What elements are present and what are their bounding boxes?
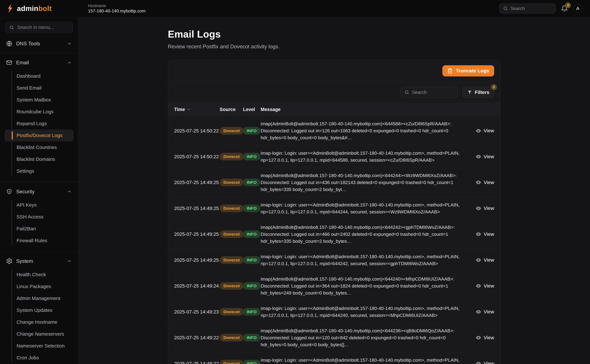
log-message: imap(AdminBolt@adminbolt.157-180-40-140.…	[261, 224, 469, 245]
bolt-logo-icon	[6, 4, 14, 13]
sidebar-item-send-email: Send Email	[5, 82, 74, 94]
hostname-label: Hostname	[88, 3, 145, 8]
log-table-row: 2025-07-25 14:49:22 Dovecot INFO imap-lo…	[168, 352, 500, 364]
level-badge: INFO	[243, 230, 260, 238]
avatar[interactable]: A	[573, 4, 583, 13]
sidebar-item-roundcube-logs: Roundcube Logs	[5, 106, 74, 118]
source-badge: Dovecot	[220, 282, 243, 290]
notifications-button[interactable]: 4	[561, 5, 568, 12]
level-badge: INFO	[243, 334, 260, 341]
logs-search-input[interactable]	[412, 90, 454, 95]
log-message: imap(AdminBolt@adminbolt.157-180-40-140.…	[261, 120, 469, 141]
sidebar-divider	[0, 252, 78, 252]
eye-icon	[476, 309, 482, 315]
view-button[interactable]: View	[469, 283, 494, 289]
globe-icon	[6, 40, 13, 47]
view-button[interactable]: View	[469, 179, 494, 185]
log-table-row: 2025-07-25 14:49:25 Dovecot INFO imap(Ad…	[168, 219, 500, 249]
sidebar-section-dns-tools[interactable]: DNS Tools	[0, 37, 78, 50]
eye-icon	[476, 154, 482, 160]
view-button[interactable]: View	[469, 205, 494, 211]
log-time: 2025-07-25 14:49:25	[174, 231, 220, 237]
chevron-icon	[67, 259, 72, 264]
sidebar-divider	[0, 182, 78, 182]
chevron-icon	[67, 60, 72, 65]
view-button[interactable]: View	[469, 335, 494, 341]
email-logs-card: Truncate Logs	[168, 60, 500, 364]
sidebar-section-system[interactable]: System	[0, 254, 78, 268]
sidebar-item-admin-management: Admin Management	[5, 292, 74, 304]
column-message: Message	[261, 107, 469, 112]
eye-icon	[476, 361, 482, 364]
source-badge: Dovecot	[220, 179, 243, 186]
brand-logo[interactable]: adminbolt	[0, 4, 78, 13]
logs-search[interactable]	[401, 87, 458, 98]
column-level: Level	[243, 107, 261, 112]
column-time[interactable]: Time	[174, 107, 220, 112]
log-message: imap(AdminBolt@adminbolt.157-180-40-140.…	[261, 172, 469, 193]
topbar-search-input[interactable]	[510, 6, 552, 11]
sidebar-section-security[interactable]: Security	[0, 185, 78, 198]
mail-icon	[6, 59, 13, 66]
truncate-logs-button[interactable]: Truncate Logs	[442, 65, 494, 77]
log-table-row: 2025-07-25 14:49:25 Dovecot INFO imap-lo…	[168, 249, 500, 271]
log-message: imap-login: Login: user=<AdminBolt@admin…	[261, 150, 469, 163]
eye-icon	[476, 335, 482, 341]
sort-chevron-icon	[187, 107, 191, 112]
gear-icon	[6, 258, 13, 264]
source-badge: Dovecot	[220, 127, 243, 135]
sidebar-item-firewall-rules: Firewall Rules	[5, 235, 74, 247]
level-badge: INFO	[243, 127, 260, 135]
sidebar-item-api-keys: API Keys	[5, 199, 74, 211]
eye-icon	[476, 205, 482, 211]
sidebar-item-blacklist-domains: Blacklist Domains	[5, 153, 74, 165]
sidebar-search[interactable]	[5, 22, 73, 33]
log-table-row: 2025-07-25 14:49:24 Dovecot INFO imap(Ad…	[168, 271, 500, 300]
view-button[interactable]: View	[469, 154, 494, 160]
eye-icon	[476, 231, 482, 237]
topbar: adminbolt Hostname 157-180-40-140.mybolt…	[0, 0, 590, 17]
sidebar-item-linux-packages: Linux Packages	[5, 280, 74, 292]
column-source: Source	[220, 107, 243, 112]
view-button[interactable]: View	[469, 128, 494, 134]
card-actions-row: Truncate Logs	[168, 60, 500, 82]
notification-badge: 4	[565, 2, 571, 8]
table-header: Time Source Level Message	[168, 103, 500, 116]
sidebar-section-email[interactable]: Email	[0, 56, 78, 69]
sidebar-divider	[0, 53, 78, 53]
hostname-value: 157-180-40-140.myboltip.com	[88, 8, 145, 14]
view-button[interactable]: View	[469, 257, 494, 263]
main-area: Email Logs Review recent Postfix and Dov…	[78, 17, 590, 364]
log-message: imap-login: Login: user=<AdminBolt@admin…	[261, 202, 469, 215]
search-icon	[9, 25, 14, 30]
source-badge: Dovecot	[220, 230, 243, 238]
eye-icon	[476, 179, 482, 185]
source-badge: Dovecot	[220, 334, 243, 341]
topbar-search[interactable]	[499, 3, 556, 13]
view-button[interactable]: View	[469, 309, 494, 315]
sidebar-item-health-check: Health Check	[5, 269, 74, 280]
hostname-block: Hostname 157-180-40-140.myboltip.com	[88, 3, 145, 14]
trash-icon	[447, 68, 453, 74]
log-time: 2025-07-25 14:49:22	[174, 335, 220, 340]
filters-count-badge: 0	[491, 84, 497, 90]
page-subtitle: Review recent Postfix and Dovecot activi…	[168, 44, 500, 50]
sidebar-item-rspamd-logs: Rspamd Logs	[5, 118, 74, 130]
sidebar-item-blacklist-countries: Blacklist Countries	[5, 142, 74, 153]
log-message: imap-login: Login: user=<AdminBolt@admin…	[261, 357, 469, 364]
log-table-row: 2025-07-25 14:49:22 Dovecot INFO imap(Ad…	[168, 323, 500, 352]
view-button[interactable]: View	[469, 231, 494, 237]
filters-button[interactable]: Filters 0	[462, 87, 494, 98]
sidebar-search-input[interactable]	[17, 25, 69, 30]
level-badge: INFO	[243, 308, 260, 316]
chevron-icon	[67, 41, 72, 46]
sidebar-item-change-nameservers: Change Nameservers	[5, 328, 74, 340]
source-badge: Dovecot	[220, 205, 243, 212]
brand-name: adminbolt	[17, 4, 52, 13]
level-badge: INFO	[243, 256, 260, 264]
view-button[interactable]: View	[469, 361, 494, 364]
level-badge: INFO	[243, 153, 260, 160]
eye-icon	[476, 257, 482, 263]
topbar-right: 4 A	[499, 3, 590, 13]
log-table-row: 2025-07-25 14:50:22 Dovecot INFO imap-lo…	[168, 145, 500, 168]
